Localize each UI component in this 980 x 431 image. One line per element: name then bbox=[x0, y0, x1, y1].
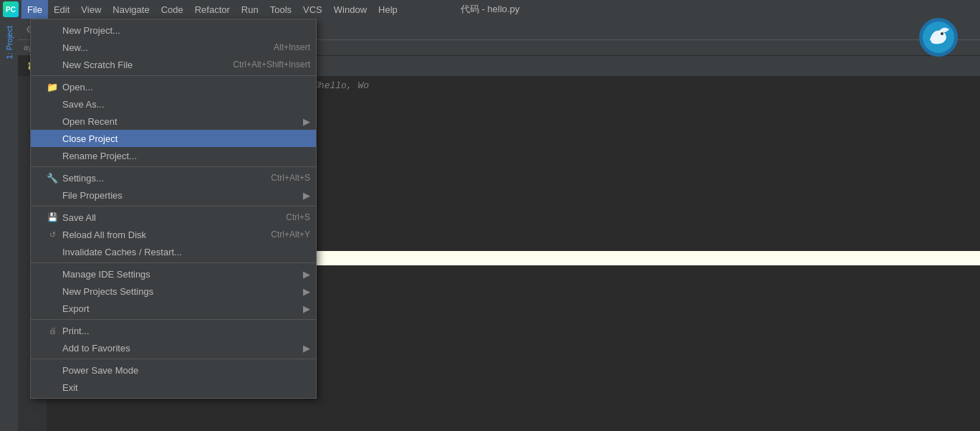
add-to-favorites-arrow: ▶ bbox=[303, 343, 310, 354]
menu-item-file-properties[interactable]: File Properties ▶ bbox=[31, 186, 316, 204]
settings-shortcut: Ctrl+Alt+S bbox=[271, 173, 310, 183]
separator-2 bbox=[31, 166, 316, 167]
separator-1 bbox=[31, 75, 316, 76]
save-as-label: Save As... bbox=[62, 99, 310, 110]
sidebar-item-project[interactable]: 1: Project bbox=[4, 22, 15, 63]
save-all-icon: 💾 bbox=[45, 212, 59, 222]
menu-item-close-project[interactable]: Close Project bbox=[31, 130, 316, 147]
settings-label: Settings... bbox=[62, 173, 271, 184]
menu-refactor[interactable]: Refactor bbox=[189, 0, 236, 19]
new-shortcut: Alt+Insert bbox=[274, 42, 310, 52]
save-all-shortcut: Ctrl+S bbox=[286, 212, 310, 222]
new-project-label: New Project... bbox=[62, 25, 310, 36]
new-scratch-shortcut: Ctrl+Alt+Shift+Insert bbox=[233, 60, 310, 70]
settings-icon: 🔧 bbox=[45, 173, 59, 184]
menu-item-save-as[interactable]: Save As... bbox=[31, 95, 316, 113]
save-all-label: Save All bbox=[62, 212, 286, 223]
menu-help[interactable]: Help bbox=[373, 0, 403, 19]
new-projects-settings-label: New Projects Settings bbox=[62, 286, 303, 297]
menu-item-settings[interactable]: 🔧 Settings... Ctrl+Alt+S bbox=[31, 169, 316, 186]
menu-code[interactable]: Code bbox=[155, 0, 189, 19]
menu-item-rename-project[interactable]: Rename Project... bbox=[31, 147, 316, 164]
export-label: Export bbox=[62, 303, 303, 314]
reload-all-icon: ↺ bbox=[45, 230, 59, 240]
menu-navigate[interactable]: Navigate bbox=[107, 0, 155, 19]
print-icon: 🖨 bbox=[45, 326, 59, 335]
menu-tools[interactable]: Tools bbox=[264, 0, 297, 19]
add-to-favorites-label: Add to Favorites bbox=[62, 343, 303, 354]
menu-item-new-scratch[interactable]: New Scratch File Ctrl+Alt+Shift+Insert bbox=[31, 56, 316, 73]
menu-item-open[interactable]: 📁 Open... bbox=[31, 78, 316, 95]
app-logo: PC bbox=[3, 1, 19, 17]
sidebar-icons-panel: 1: Project bbox=[0, 19, 18, 431]
manage-ide-arrow: ▶ bbox=[303, 269, 310, 280]
power-save-label: Power Save Mode bbox=[62, 365, 310, 376]
separator-5 bbox=[31, 319, 316, 320]
menu-edit[interactable]: Edit bbox=[48, 0, 75, 19]
menu-item-export[interactable]: Export ▶ bbox=[31, 300, 316, 317]
menu-item-power-save[interactable]: Power Save Mode bbox=[31, 361, 316, 379]
menu-item-new-projects-settings[interactable]: New Projects Settings ▶ bbox=[31, 283, 316, 300]
print-label: Print... bbox=[62, 326, 310, 336]
file-properties-label: File Properties bbox=[62, 190, 303, 201]
new-label: New... bbox=[62, 42, 274, 53]
svg-point-2 bbox=[941, 32, 943, 35]
reload-all-shortcut: Ctrl+Alt+Y bbox=[271, 229, 310, 240]
export-arrow: ▶ bbox=[303, 303, 310, 314]
menu-run[interactable]: Run bbox=[236, 0, 264, 19]
file-dropdown-menu: New Project... New... Alt+Insert New Scr… bbox=[30, 19, 317, 399]
menu-item-print[interactable]: 🖨 Print... bbox=[31, 322, 316, 339]
invalidate-caches-label: Invalidate Caches / Restart... bbox=[62, 247, 310, 257]
separator-3 bbox=[31, 206, 316, 207]
manage-ide-label: Manage IDE Settings bbox=[62, 269, 303, 280]
window-title: 代码 - hello.py bbox=[461, 3, 519, 16]
reload-all-label: Reload All from Disk bbox=[62, 229, 271, 240]
rename-project-label: Rename Project... bbox=[62, 151, 310, 161]
open-recent-arrow: ▶ bbox=[303, 116, 310, 127]
menu-item-new-project[interactable]: New Project... bbox=[31, 22, 316, 39]
menu-window[interactable]: Window bbox=[328, 0, 373, 19]
brand-logo bbox=[919, 18, 959, 60]
new-scratch-label: New Scratch File bbox=[62, 60, 233, 70]
exit-label: Exit bbox=[62, 382, 310, 393]
menu-vcs[interactable]: VCS bbox=[297, 0, 328, 19]
menu-item-invalidate-caches[interactable]: Invalidate Caches / Restart... bbox=[31, 243, 316, 260]
menu-item-open-recent[interactable]: Open Recent ▶ bbox=[31, 113, 316, 130]
new-projects-settings-arrow: ▶ bbox=[303, 286, 310, 297]
separator-6 bbox=[31, 359, 316, 359]
menu-item-reload-all[interactable]: ↺ Reload All from Disk Ctrl+Alt+Y bbox=[31, 226, 316, 243]
open-icon: 📁 bbox=[45, 82, 59, 93]
menu-item-new[interactable]: New... Alt+Insert bbox=[31, 39, 316, 56]
menu-file[interactable]: File bbox=[21, 0, 48, 19]
menu-item-save-all[interactable]: 💾 Save All Ctrl+S bbox=[31, 209, 316, 226]
open-label: Open... bbox=[62, 82, 310, 93]
menu-bar: PC File Edit View Navigate Code Refactor… bbox=[0, 0, 980, 19]
separator-4 bbox=[31, 262, 316, 263]
open-recent-label: Open Recent bbox=[62, 116, 303, 127]
menu-item-add-to-favorites[interactable]: Add to Favorites ▶ bbox=[31, 339, 316, 356]
menu-item-exit[interactable]: Exit bbox=[31, 379, 316, 396]
close-project-label: Close Project bbox=[62, 133, 310, 144]
file-properties-arrow: ▶ bbox=[303, 190, 310, 201]
menu-item-manage-ide[interactable]: Manage IDE Settings ▶ bbox=[31, 265, 316, 283]
main-layout: 1: Project New Project... New... Alt+Ins… bbox=[0, 19, 980, 431]
menu-view[interactable]: View bbox=[75, 0, 107, 19]
